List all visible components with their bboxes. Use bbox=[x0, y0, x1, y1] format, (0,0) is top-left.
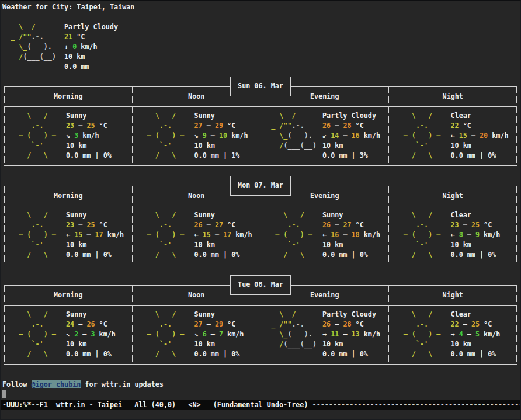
wind: ← 15 – 17 km/h bbox=[66, 230, 133, 240]
page-title: Weather for City: Taipei, Taiwan bbox=[2, 2, 134, 12]
forecast-table-day1: Morning Noon Evening Night Sun 06. Mar \… bbox=[2, 86, 519, 166]
sunny-icon: \ / .-. – ( ) – `-' / \ bbox=[6, 310, 66, 359]
forecast-cell-night: \ / .-. – ( ) – `-' / \ Clear 23 – 25 °C… bbox=[389, 210, 517, 260]
forecast-cell-noon: \ / .-. – ( ) – `-' / \ Sunny 27 – 29 °C… bbox=[133, 111, 261, 161]
precipitation: 0.0 mm | 0% bbox=[194, 250, 261, 260]
precipitation: 0.0 mm bbox=[64, 62, 118, 72]
table-border bbox=[4, 305, 517, 306]
wind: ← 8 – 9 km/h bbox=[451, 230, 517, 240]
wind: ↖ 2 – 3 km/h bbox=[66, 329, 133, 339]
clear-icon: \ / .-. – ( ) – `-' / \ bbox=[391, 310, 451, 359]
temperature-range: 26 – 28 °C bbox=[322, 320, 389, 329]
partly-cloudy-icon: \ / _ /"".-. \_( ). /(___(__) bbox=[2, 22, 64, 72]
visibility: 10 km bbox=[451, 339, 517, 349]
temperature-range: 22 °C bbox=[451, 121, 517, 131]
forecast-cell-night: \ / .-. – ( ) – `-' / \ Clear 22 – 25 °C… bbox=[389, 310, 517, 359]
header-night: Night bbox=[389, 186, 517, 206]
precipitation: 0.0 mm | 0% bbox=[322, 250, 389, 260]
header-night: Night bbox=[389, 86, 517, 106]
text-cursor bbox=[2, 390, 6, 398]
precipitation: 0.0 mm | 0% bbox=[322, 349, 389, 359]
wind-arrow-icon: ↘ bbox=[194, 330, 203, 338]
temperature-range: 27 – 29 °C bbox=[194, 121, 261, 131]
condition-text: Clear bbox=[451, 310, 517, 320]
forecast-cell-evening: \ / _ /"".-. \_( ). /(___(__) Partly Clo… bbox=[260, 310, 389, 359]
forecast-cell-morning: \ / .-. – ( ) – `-' / \ Sunny 23 – 25 °C… bbox=[4, 210, 133, 260]
forecast-cell-evening: \ / _ /"".-. \_( ). /(___(__) Partly Clo… bbox=[260, 111, 389, 161]
header-morning: Morning bbox=[4, 86, 133, 106]
wind-arrow-icon: ← bbox=[451, 131, 459, 140]
wind-arrow-icon: ↘ bbox=[194, 131, 203, 140]
condition-text: Sunny bbox=[194, 310, 261, 320]
wind: → 4 – 5 km/h bbox=[451, 329, 517, 339]
condition-text: Sunny bbox=[194, 111, 261, 121]
condition-text: Partly Cloudy bbox=[64, 22, 118, 32]
table-border bbox=[4, 206, 517, 206]
precipitation: 0.0 mm | 0% bbox=[451, 250, 517, 260]
header-morning: Morning bbox=[4, 285, 133, 305]
follow-line: Follow @igor_chubin for wttr.in updates bbox=[2, 380, 164, 390]
forecast-cell-noon: \ / .-. – ( ) – `-' / \ Sunny 26 – 27 °C… bbox=[133, 210, 261, 260]
visibility: 10 km bbox=[451, 240, 517, 250]
precipitation: 0.0 mm | 3% bbox=[322, 151, 389, 161]
wind-arrow-icon: ↖ bbox=[66, 330, 74, 338]
table-border bbox=[4, 165, 517, 166]
temperature-range: 24 – 26 °C bbox=[66, 320, 133, 329]
wind: ↘ 3 km/h bbox=[66, 131, 133, 141]
temperature-range: 26 – 27 °C bbox=[322, 220, 389, 230]
visibility: 10 km bbox=[322, 339, 389, 349]
sunny-icon: \ / .-. – ( ) – `-' / \ bbox=[135, 111, 194, 161]
condition-text: Sunny bbox=[66, 111, 133, 121]
sunny-icon: \ / .-. – ( ) – `-' / \ bbox=[135, 310, 194, 359]
twitter-handle-link[interactable]: @igor_chubin bbox=[32, 380, 81, 388]
condition-text: Sunny bbox=[194, 210, 261, 220]
sunny-icon: \ / .-. – ( ) – `-' / \ bbox=[6, 210, 66, 260]
visibility: 10 km bbox=[194, 141, 261, 151]
sunny-icon: \ / .-. – ( ) – `-' / \ bbox=[135, 210, 194, 260]
precipitation: 0.0 mm | 0% bbox=[451, 151, 517, 161]
wind: ← 15 – 20 km/h bbox=[451, 131, 517, 141]
wind-arrow-icon: → bbox=[322, 330, 331, 338]
visibility: 10 km bbox=[322, 240, 389, 250]
day-label: Mon 07. Mar bbox=[230, 176, 291, 196]
temperature-range: 22 – 25 °C bbox=[451, 320, 517, 329]
precipitation: 0.0 mm | 0% bbox=[66, 349, 133, 359]
header-morning: Morning bbox=[4, 186, 133, 206]
day-label: Tue 08. Mar bbox=[230, 275, 291, 295]
wind-arrow-icon: ↙ bbox=[322, 131, 331, 140]
clear-icon: \ / .-. – ( ) – `-' / \ bbox=[391, 111, 451, 161]
temperature-range: 26 – 28 °C bbox=[322, 121, 389, 131]
header-night: Night bbox=[389, 285, 517, 305]
visibility: 10 km bbox=[322, 141, 389, 151]
emacs-modeline[interactable]: -UUU:%*--F1 wttr.in - Taipei All (40,0) … bbox=[1, 400, 520, 410]
forecast-cell-noon: \ / .-. – ( ) – `-' / \ Sunny 27 – 29 °C… bbox=[133, 310, 261, 359]
partly-cloudy-icon: \ / _ /"".-. \_( ). /(___(__) bbox=[263, 310, 322, 359]
temperature-range: 23 – 25 °C bbox=[451, 220, 517, 230]
visibility: 10 km bbox=[64, 52, 118, 62]
wind-arrow-icon: → bbox=[451, 330, 459, 338]
wind: ← 15 – 17 km/h bbox=[194, 230, 261, 240]
forecast-table-day3: Morning Noon Evening Night Tue 08. Mar \… bbox=[2, 285, 519, 365]
visibility: 10 km bbox=[66, 339, 133, 349]
visibility: 10 km bbox=[66, 240, 133, 250]
precipitation: 0.0 mm | 1% bbox=[194, 151, 261, 161]
forecast-cell-morning: \ / .-. – ( ) – `-' / \ Sunny 23 – 25 °C… bbox=[4, 111, 133, 161]
wind: ↙ 14 – 16 km/h bbox=[322, 131, 389, 141]
forecast-cell-evening: \ / .-. – ( ) – `-' / \ Sunny 26 – 27 °C… bbox=[260, 210, 389, 260]
wind-arrow-icon: ← bbox=[66, 231, 74, 239]
condition-text: Partly Cloudy bbox=[322, 111, 389, 121]
condition-text: Partly Cloudy bbox=[322, 310, 389, 320]
precipitation: 0.0 mm | 0% bbox=[66, 151, 133, 161]
wind-arrow-icon: ↘ bbox=[66, 131, 74, 140]
emacs-buffer: Weather for City: Taipei, Taiwan \ / _ /… bbox=[2, 2, 520, 400]
current-conditions-text: Partly Cloudy 21 °C ↓ 0 km/h 10 km 0.0 m… bbox=[64, 22, 118, 72]
wind: → 11 – 13 km/h bbox=[322, 329, 389, 339]
table-border bbox=[4, 265, 517, 265]
temperature: 21 °C bbox=[64, 32, 118, 42]
visibility: 10 km bbox=[194, 240, 261, 250]
condition-text: Sunny bbox=[66, 310, 133, 320]
condition-text: Sunny bbox=[322, 210, 389, 220]
wind: ↘ 9 – 10 km/h bbox=[194, 131, 261, 141]
sunny-icon: \ / .-. – ( ) – `-' / \ bbox=[6, 111, 66, 161]
forecast-cell-night: \ / .-. – ( ) – `-' / \ Clear 22 °C ← 15… bbox=[389, 111, 517, 161]
